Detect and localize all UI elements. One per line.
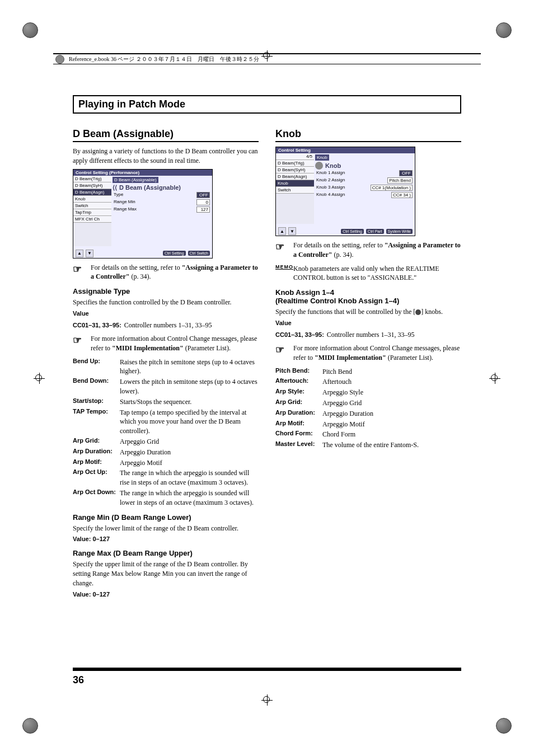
def-term: Arp Motif: bbox=[275, 420, 322, 429]
subsection-heading: Range Min (D Beam Range Lower) bbox=[73, 513, 259, 522]
pointing-hand-icon bbox=[73, 263, 87, 271]
page-header: Reference_e.book 36 ページ ２００３年７月１４日 月曜日 午… bbox=[53, 53, 481, 64]
knob-icon bbox=[315, 162, 323, 170]
screenshot-main: D Beam (Assignable) ⟨⟨ D Beam (Assignabl… bbox=[111, 176, 212, 246]
pointing-hand-icon bbox=[275, 344, 290, 351]
body-text: Specify the lower limit of the range of … bbox=[73, 524, 259, 533]
def-value: Pitch Bend bbox=[322, 367, 352, 377]
screenshot-crumb: Knob bbox=[315, 154, 329, 161]
ss-tab: D Beam(SyH) bbox=[73, 182, 111, 189]
def-term: Pitch Bend: bbox=[275, 367, 322, 377]
page-number: 36 bbox=[73, 674, 461, 686]
def-term: Arp Duration: bbox=[275, 409, 322, 419]
subsection-heading: Knob Assign 1–4 (Realtime Control Knob A… bbox=[275, 288, 461, 305]
def-value: Tap tempo (a tempo specified by the inte… bbox=[120, 408, 259, 436]
screenshot-dbeam: Control Setting (Performance) D Beam(Tri… bbox=[73, 169, 213, 259]
section-heading-knob: Knob bbox=[275, 128, 461, 142]
note-text: For more information about Control Chang… bbox=[91, 334, 259, 353]
down-arrow-icon: ▼ bbox=[86, 250, 93, 257]
def-value: Arpeggio Duration bbox=[322, 409, 373, 419]
def-term: Start/stop: bbox=[73, 397, 120, 407]
ss-tab: Knob bbox=[276, 180, 314, 187]
memo-text: Knob parameters are valid only when the … bbox=[293, 264, 461, 283]
def-value: Arpeggio Motif bbox=[120, 458, 162, 468]
screenshot-sidebar: 4/5 D Beam(Trig) D Beam(SyH) D Beam(Asgn… bbox=[276, 153, 314, 224]
screenshot-knob: Control Setting 4/5 D Beam(Trig) D Beam(… bbox=[275, 147, 415, 236]
header-text: Reference_e.book 36 ページ ２００３年７月１４日 月曜日 午… bbox=[69, 55, 259, 63]
def-value: Aftertouch bbox=[322, 377, 352, 387]
screenshot-main: Knob Knob Knob 1 AssignOFF Knob 2 Assign… bbox=[314, 153, 415, 224]
ss-tab: Switch bbox=[276, 187, 314, 194]
section-heading-dbeam: D Beam (Assignable) bbox=[73, 128, 259, 142]
value-line: Value: 0–127 bbox=[73, 536, 110, 542]
def-term: Arp Grid: bbox=[275, 398, 322, 408]
def-term: Arp Grid: bbox=[73, 437, 120, 447]
def-term: Bend Up: bbox=[73, 358, 120, 377]
def-term: Arp Duration: bbox=[73, 448, 120, 457]
ss-tab: D Beam(Trig) bbox=[276, 160, 314, 167]
body-text: Specify the upper limit of the range of … bbox=[73, 560, 259, 588]
cc-range-label: CC01–31, 33–95: bbox=[275, 331, 324, 338]
def-term: Chord Form: bbox=[275, 430, 322, 439]
chapter-title: Playing in Patch Mode bbox=[73, 95, 461, 114]
value-label: Value bbox=[73, 310, 89, 317]
screenshot-panel-title: Knob bbox=[315, 162, 414, 170]
ss-softbutton: Ctrl Setting bbox=[341, 229, 364, 234]
registration-mark-icon bbox=[261, 694, 273, 706]
value-line: Value: 0–127 bbox=[73, 591, 110, 598]
intro-text: By assigning a variety of functions to t… bbox=[73, 147, 259, 166]
screenshot-crumb: D Beam (Assignable) bbox=[113, 177, 158, 183]
ss-tab: D Beam(Asgn) bbox=[276, 173, 314, 180]
def-value: Arpeggio Grid bbox=[322, 398, 362, 408]
def-term: Bend Down: bbox=[73, 377, 120, 396]
crop-mark-icon bbox=[496, 718, 512, 734]
def-value: Arpeggio Duration bbox=[120, 448, 171, 457]
definition-list: Bend Up:Raises the pitch in semitone ste… bbox=[73, 358, 259, 508]
screenshot-title: Control Setting (Performance) bbox=[73, 170, 212, 176]
def-term: Arp Oct Down: bbox=[73, 489, 120, 508]
value-label: Value bbox=[275, 320, 292, 326]
crop-mark-icon bbox=[496, 22, 512, 38]
note-text: For more information about Control Chang… bbox=[293, 344, 461, 363]
definition-list: Pitch Bend:Pitch Bend Aftertouch:Afterto… bbox=[275, 367, 461, 450]
pointing-hand-icon bbox=[73, 334, 87, 342]
right-column: Knob Control Setting 4/5 D Beam(Trig) D … bbox=[275, 128, 461, 602]
def-term: Master Level: bbox=[275, 440, 322, 450]
ss-tab: MFX Ctrl Ch bbox=[73, 216, 111, 223]
knob-glyph-icon bbox=[415, 309, 421, 315]
cc-range-label: CC01–31, 33–95: bbox=[73, 322, 121, 328]
crop-mark-icon bbox=[22, 22, 38, 38]
def-value: Chord Form bbox=[322, 430, 355, 439]
body-text: Specify the functions that will be contr… bbox=[275, 307, 461, 317]
down-arrow-icon: ▼ bbox=[288, 227, 296, 235]
ss-tab: Switch bbox=[73, 203, 111, 209]
def-value: Raises the pitch in semitone steps (up t… bbox=[120, 358, 259, 377]
ss-tab-index: 4/5 bbox=[276, 153, 314, 160]
registration-mark-icon bbox=[489, 373, 500, 384]
up-arrow-icon: ▲ bbox=[278, 227, 286, 235]
ss-tab: D Beam(Asgn) bbox=[73, 189, 111, 196]
subsection-heading: Range Max (D Beam Range Upper) bbox=[73, 549, 259, 557]
up-arrow-icon: ▲ bbox=[76, 250, 83, 257]
dbeam-icon: ⟨⟨ bbox=[113, 184, 117, 191]
note-text: For details on the setting, refer to "As… bbox=[293, 241, 461, 260]
def-value: Arpeggio Style bbox=[322, 388, 363, 397]
screenshot-panel-title: ⟨⟨ D Beam (Assignable) bbox=[113, 184, 211, 191]
def-term: Arp Style: bbox=[275, 388, 322, 397]
sprocket-icon bbox=[55, 55, 64, 64]
def-term: Arp Oct Up: bbox=[73, 468, 120, 487]
def-value: The range in which the arpeggio is sound… bbox=[120, 489, 259, 508]
def-value: Starts/Stops the sequencer. bbox=[120, 397, 191, 407]
crop-mark-icon bbox=[22, 718, 38, 734]
ss-softbutton: Ctrl Setting bbox=[163, 251, 186, 256]
ss-softbutton: Ctrl Part bbox=[366, 229, 384, 234]
ss-tab: TapTmp bbox=[73, 209, 111, 216]
def-value: The volume of the entire Fantom-S. bbox=[322, 440, 419, 450]
page-footer: 36 bbox=[73, 668, 461, 686]
ss-tab: Knob bbox=[73, 196, 111, 203]
body-text: Specifies the function controlled by the… bbox=[73, 298, 259, 307]
def-term: Aftertouch: bbox=[275, 377, 322, 387]
ss-softbutton: Ctrl Switch bbox=[188, 251, 210, 256]
ss-tab: D Beam(SyH) bbox=[276, 167, 314, 173]
registration-mark-icon bbox=[34, 373, 45, 384]
